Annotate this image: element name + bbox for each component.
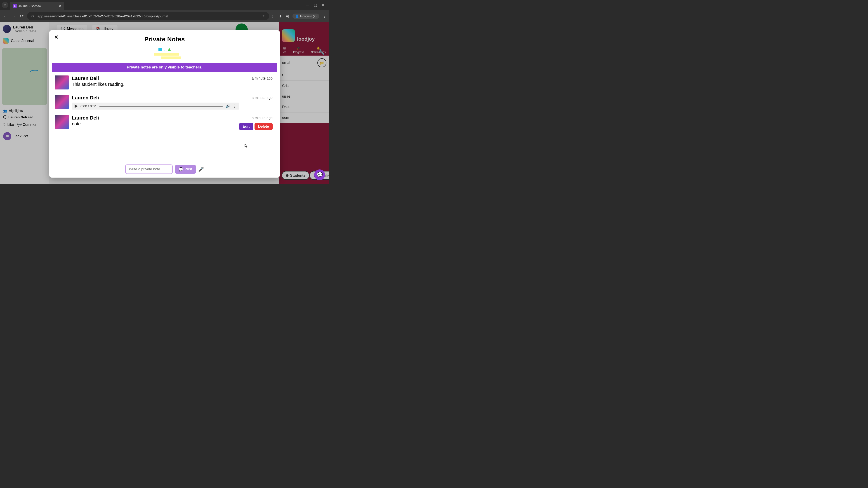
post-button[interactable]: 💬 Post: [175, 165, 196, 174]
microphone-button[interactable]: 🎤: [198, 166, 204, 172]
note-author: Lauren Deli: [72, 95, 274, 101]
modal-close-button[interactable]: ✕: [54, 34, 58, 40]
tab-close-button[interactable]: ✕: [59, 4, 61, 8]
work-thumbnail[interactable]: →: [148, 47, 182, 61]
close-window-button[interactable]: ✕: [322, 3, 324, 7]
address-bar: ← → ⟳ ⚙ app.seesaw.me/#/class/class.e01b…: [0, 10, 329, 22]
site-settings-icon[interactable]: ⚙: [30, 13, 35, 19]
note-actions: Edit Delete: [239, 123, 273, 130]
side-panel-icon[interactable]: ▣: [285, 14, 289, 18]
tab-title: Journal - Seesaw: [19, 4, 57, 8]
url-bar[interactable]: ⚙ app.seesaw.me/#/class/class.e01bf4c2-9…: [27, 12, 269, 20]
audio-scrubber[interactable]: [99, 106, 223, 107]
downloads-icon[interactable]: ⬇: [279, 14, 282, 18]
note-timestamp: a minute ago: [252, 116, 273, 120]
bookmark-star-icon[interactable]: ☆: [261, 13, 267, 19]
note-avatar: [55, 115, 69, 129]
note-author: Lauren Deli: [72, 115, 274, 121]
thumb-highlight: [154, 53, 179, 56]
maximize-button[interactable]: ▢: [314, 3, 317, 7]
private-notes-modal: ✕ Private Notes → Private notes are only…: [49, 30, 280, 177]
incognito-icon: 👤: [295, 14, 299, 18]
thumb-shape: [158, 48, 162, 51]
reload-button[interactable]: ⟳: [19, 13, 24, 19]
note-timestamp: a minute ago: [252, 76, 273, 80]
volume-icon[interactable]: 🔊: [225, 104, 230, 108]
audio-time: 0:00 / 0:04: [81, 104, 96, 108]
incognito-label: Incognito (2): [300, 14, 316, 18]
browser-tab-strip: S Journal - Seesaw ✕ + — ▢ ✕: [0, 0, 329, 10]
chat-bubble-icon: 💬: [317, 172, 323, 178]
audio-menu-icon[interactable]: ⋮: [233, 104, 237, 108]
chevron-down-icon: [4, 4, 6, 6]
note-text: This student likes reading.: [72, 82, 274, 87]
note-timestamp: a minute ago: [252, 96, 273, 100]
forward-button[interactable]: →: [11, 14, 16, 19]
thumb-highlight: [161, 57, 181, 59]
window-controls: — ▢ ✕: [306, 3, 327, 7]
visibility-banner: Private notes are only visible to teache…: [52, 63, 277, 72]
browser-tab[interactable]: S Journal - Seesaw ✕: [10, 2, 64, 10]
modal-title: Private Notes: [49, 30, 280, 46]
chat-icon: 💬: [179, 167, 183, 171]
audio-player: 0:00 / 0:04 🔊 ⋮: [72, 103, 239, 109]
edit-button[interactable]: Edit: [239, 123, 253, 130]
note-item: Lauren Deli note a minute ago Edit Delet…: [55, 115, 274, 129]
menu-icon[interactable]: ⋮: [323, 14, 327, 18]
modal-footer: 💬 Post 🎤: [49, 161, 280, 177]
incognito-badge[interactable]: 👤 Incognito (2): [292, 13, 319, 19]
back-button[interactable]: ←: [3, 14, 8, 19]
help-chat-fab[interactable]: 💬: [314, 169, 325, 180]
minimize-button[interactable]: —: [306, 3, 309, 7]
note-input[interactable]: [125, 164, 173, 174]
play-button[interactable]: [74, 104, 78, 108]
note-avatar: [55, 75, 69, 90]
delete-button[interactable]: Delete: [254, 123, 273, 130]
url-text: app.seesaw.me/#/class/class.e01bf4c2-9a2…: [37, 14, 259, 18]
note-item: Lauren Deli This student likes reading. …: [55, 75, 274, 90]
note-item: Lauren Deli 0:00 / 0:04 🔊 ⋮ a minute ago: [55, 95, 274, 109]
thumb-triangle: [168, 48, 170, 51]
new-tab-button[interactable]: +: [67, 3, 69, 7]
note-author: Lauren Deli: [72, 75, 274, 81]
notes-list: Lauren Deli This student likes reading. …: [49, 72, 280, 161]
seesaw-favicon: S: [13, 4, 17, 8]
extensions-icon[interactable]: ⬚: [272, 14, 275, 18]
tab-search-dropdown[interactable]: [2, 2, 8, 8]
thumb-arrow: →: [163, 49, 165, 51]
note-avatar: [55, 95, 69, 109]
